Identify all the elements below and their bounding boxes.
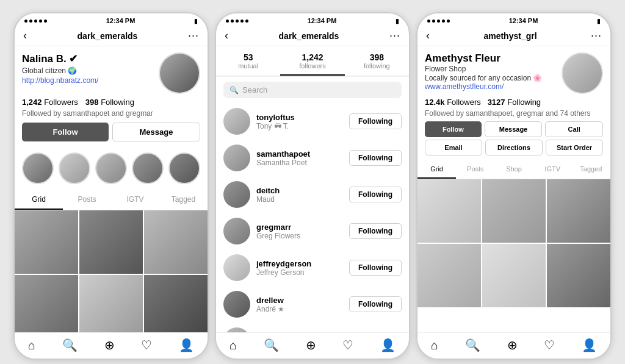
following-button-deitch[interactable]: Following <box>349 187 402 202</box>
back-button-2[interactable]: ‹ <box>225 29 228 42</box>
biz-follow-button[interactable]: Follow <box>425 121 482 137</box>
add-icon-1[interactable]: ⊕ <box>104 338 115 352</box>
tab-mutual[interactable]: 53 mutual <box>216 46 280 76</box>
follower-info-jeffreydgerson: jeffreydgerson Jeffrey Gerson <box>256 259 343 277</box>
story-4[interactable] <box>132 152 164 184</box>
nav-bar-2: ‹ dark_emeralds ··· <box>216 27 409 46</box>
grid-cell-3[interactable] <box>144 210 208 274</box>
tab-igtv-1[interactable]: IGTV <box>111 190 159 210</box>
following-button-gregmarr[interactable]: Following <box>349 223 402 239</box>
list-item: samanthapoet Samantha Poet Following <box>216 140 409 176</box>
username-jeffreydgerson[interactable]: jeffreydgerson <box>256 259 343 268</box>
tab-shop-3[interactable]: Shop <box>494 160 533 179</box>
nav-username-2: dark_emeralds <box>279 31 339 41</box>
tab-tagged-1[interactable]: Tagged <box>159 190 208 210</box>
signal-dots <box>24 20 47 23</box>
home-icon-1[interactable]: ⌂ <box>28 338 35 352</box>
grid-cell-4[interactable] <box>15 275 78 332</box>
follower-list-2: tonyloftus Tony 🕶 T. Following samanthap… <box>216 103 409 332</box>
story-2[interactable] <box>59 152 90 184</box>
following-stat-1[interactable]: 398 Following <box>85 98 134 107</box>
heart-icon-3[interactable]: ♡ <box>544 338 555 352</box>
home-icon-2[interactable]: ⌂ <box>229 338 237 352</box>
tab-grid-3[interactable]: Grid <box>417 160 456 179</box>
biz-link[interactable]: www.amethystfleur.com/ <box>425 82 562 91</box>
stories-row-1 <box>15 152 208 190</box>
list-item: drellew André ★ Following <box>216 286 409 323</box>
tab-posts-1[interactable]: Posts <box>63 190 111 210</box>
follow-button-1[interactable]: Follow <box>22 123 109 141</box>
time-3: 12:34 PM <box>509 17 538 24</box>
grid-cell-5[interactable] <box>79 275 143 332</box>
tab-following[interactable]: 398 following <box>345 46 409 76</box>
profile-link-1[interactable]: http://blog.nbaratz.com/ <box>22 76 159 85</box>
biz-start-order-button[interactable]: Start Order <box>546 140 603 155</box>
phone-3: 12:34 PM ▮ ‹ amethyst_grl ··· Amethyst F… <box>416 12 612 360</box>
username-samanthapoet[interactable]: samanthapoet <box>256 149 343 159</box>
grid-cell-6[interactable] <box>144 275 208 332</box>
more-button-3[interactable]: ··· <box>591 29 602 42</box>
message-button-1[interactable]: Message <box>112 123 200 141</box>
biz-avatar <box>562 52 603 94</box>
more-button-1[interactable]: ··· <box>188 29 199 42</box>
back-button-1[interactable]: ‹ <box>23 29 27 42</box>
following-button-drellew[interactable]: Following <box>349 296 402 312</box>
heart-icon-1[interactable]: ♡ <box>141 338 152 352</box>
heart-icon-2[interactable]: ♡ <box>342 338 353 352</box>
add-icon-2[interactable]: ⊕ <box>306 338 316 352</box>
username-deitch[interactable]: deitch <box>256 186 343 195</box>
tab-tagged-3[interactable]: Tagged <box>572 160 610 179</box>
biz-grid-cell-3[interactable] <box>547 179 610 243</box>
list-item: deitch Maud Following <box>216 176 409 213</box>
biz-grid-cell-4[interactable] <box>417 244 481 307</box>
biz-message-button[interactable]: Message <box>485 121 543 137</box>
following-button-jeffreydgerson[interactable]: Following <box>349 260 402 276</box>
story-1[interactable] <box>22 152 54 184</box>
tab-grid-1[interactable]: Grid <box>15 190 63 210</box>
biz-call-button[interactable]: Call <box>545 121 603 137</box>
grid-cell-2[interactable] <box>79 210 143 274</box>
story-3[interactable] <box>95 152 127 184</box>
profile-avatar-1 <box>159 52 200 94</box>
search-icon-2: 🔍 <box>229 86 239 95</box>
tab-posts-3[interactable]: Posts <box>456 160 494 179</box>
username-tonyloftus[interactable]: tonyloftus <box>256 113 343 122</box>
biz-directions-button[interactable]: Directions <box>485 140 543 155</box>
biz-grid-cell-1[interactable] <box>417 179 481 243</box>
more-button-2[interactable]: ··· <box>389 29 400 42</box>
add-icon-3[interactable]: ⊕ <box>507 338 518 352</box>
avatar-deitch <box>223 181 250 208</box>
profile-icon-3[interactable]: 👤 <box>582 338 597 352</box>
search-icon-1[interactable]: 🔍 <box>62 338 78 352</box>
phones-container: 12:34 PM ▮ ‹ dark_emeralds ··· Nalina B.… <box>1 0 624 364</box>
biz-grid-cell-5[interactable] <box>482 244 546 307</box>
profile-content-1: Nalina B. ✔ Global citizen 🌍 http://blog… <box>15 46 208 332</box>
search-icon-3[interactable]: 🔍 <box>465 338 480 352</box>
avatar-samanthapoet <box>223 145 250 171</box>
list-item: ericafahr <box>216 323 409 332</box>
profile-icon-2[interactable]: 👤 <box>380 338 396 352</box>
story-5[interactable] <box>168 152 200 184</box>
profile-icon-1[interactable]: 👤 <box>179 338 194 352</box>
biz-email-button[interactable]: Email <box>425 140 482 155</box>
followers-stat-1[interactable]: 1,242 Followers <box>22 98 78 107</box>
tab-igtv-3[interactable]: IGTV <box>533 160 572 179</box>
search-input-wrap[interactable]: 🔍 Search <box>223 82 402 98</box>
profile-content-3: Amethyst Fleur Flower Shop Locally sourc… <box>417 46 610 332</box>
name-jeffreydgerson: Jeffrey Gerson <box>256 268 343 277</box>
biz-grid-cell-2[interactable] <box>482 179 546 243</box>
username-gregmarr[interactable]: gregmarr <box>256 223 343 232</box>
grid-cell-1[interactable] <box>15 210 78 274</box>
username-drellew[interactable]: drellew <box>256 296 343 305</box>
biz-grid-cell-6[interactable] <box>547 244 610 307</box>
profile-info-1: Nalina B. ✔ Global citizen 🌍 http://blog… <box>22 52 159 85</box>
search-bar-2: 🔍 Search <box>216 77 409 103</box>
home-icon-3[interactable]: ⌂ <box>431 338 438 352</box>
following-button-samanthapoet[interactable]: Following <box>349 150 402 166</box>
back-button-3[interactable]: ‹ <box>426 29 430 42</box>
followed-by-1: Followed by samanthapoet and gregmar <box>22 109 200 118</box>
tab-followers[interactable]: 1,242 followers <box>280 46 344 76</box>
following-button-tonyloftus[interactable]: Following <box>349 113 402 129</box>
battery-2: ▮ <box>396 18 399 24</box>
search-icon-2b[interactable]: 🔍 <box>264 338 279 352</box>
